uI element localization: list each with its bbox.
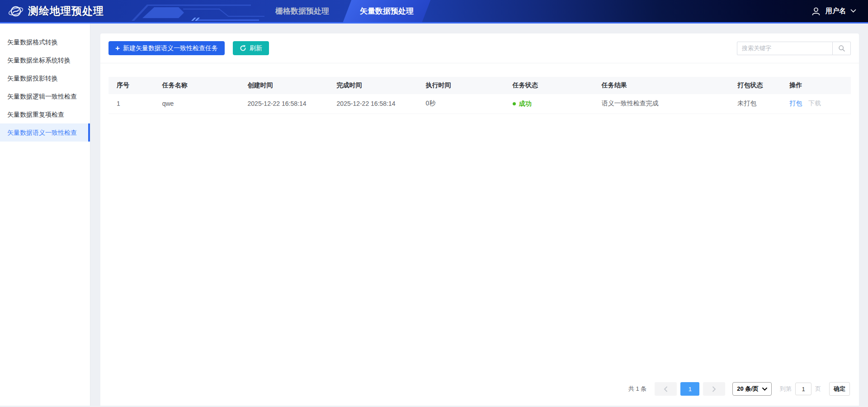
sidebar-item-projection-convert[interactable]: 矢量数据投影转换 (0, 69, 90, 87)
column-header-package: 打包状态 (732, 77, 784, 94)
refresh-button-label: 刷新 (250, 44, 262, 52)
column-header-duration: 执行时间 (420, 77, 507, 94)
column-header-actions: 操作 (784, 77, 851, 94)
search-group (737, 42, 851, 55)
user-menu[interactable]: 用户名 (811, 0, 856, 22)
goto-prefix-label: 到第 (780, 385, 792, 393)
chevron-right-icon (712, 386, 716, 392)
toolbar-divider (100, 63, 859, 63)
cell-name: qwe (157, 94, 242, 114)
table-row: 1 qwe 2025-12-22 16:58:14 2025-12-22 16:… (108, 94, 851, 114)
column-header-created: 创建时间 (242, 77, 331, 94)
sidebar-item-duplicate-check[interactable]: 矢量数据重复项检查 (0, 105, 90, 123)
refresh-button[interactable]: 刷新 (233, 41, 269, 55)
column-header-result: 任务结果 (596, 77, 732, 94)
next-page-button[interactable] (703, 382, 725, 396)
toolbar: + 新建矢量数据语义一致性检查任务 刷新 (108, 41, 851, 55)
cell-package: 未打包 (732, 94, 784, 114)
tab-vector-preprocess[interactable]: 矢量数据预处理 (344, 0, 429, 22)
main-content: + 新建矢量数据语义一致性检查任务 刷新 (90, 24, 868, 406)
sidebar-item-semantic-check[interactable]: 矢量数据语义一致性检查 (0, 123, 90, 142)
sidebar-item-label: 矢量数据格式转换 (7, 38, 58, 46)
sidebar-item-coord-convert[interactable]: 矢量数据坐标系统转换 (0, 51, 90, 69)
page-number-button[interactable]: 1 (680, 382, 699, 396)
new-task-button-label: 新建矢量数据语义一致性检查任务 (123, 44, 218, 52)
package-action-link[interactable]: 打包 (789, 99, 802, 107)
user-name: 用户名 (826, 7, 846, 15)
cell-duration: 0秒 (420, 94, 507, 114)
app-header: 测绘地理预处理 栅格数据预处理 矢量数据预处理 用户名 (0, 0, 868, 24)
app-logo-icon (8, 4, 24, 19)
cell-actions: 打包 下载 (784, 94, 851, 114)
page-body: 矢量数据格式转换 矢量数据坐标系统转换 矢量数据投影转换 矢量数据逻辑一致性检查… (0, 24, 868, 406)
sidebar-nav: 矢量数据格式转换 矢量数据坐标系统转换 矢量数据投影转换 矢量数据逻辑一致性检查… (0, 24, 90, 406)
goto-suffix-label: 页 (815, 385, 821, 393)
chevron-down-icon (850, 9, 856, 13)
sidebar-item-logic-check[interactable]: 矢量数据逻辑一致性检查 (0, 87, 90, 105)
cell-status: 成功 (507, 94, 596, 114)
goto-confirm-button[interactable]: 确定 (829, 382, 850, 396)
goto-page-input[interactable] (795, 383, 811, 395)
sidebar-item-label: 矢量数据投影转换 (7, 75, 58, 82)
column-header-index: 序号 (108, 77, 157, 94)
brand: 测绘地理预处理 (0, 4, 104, 19)
pagination-bar: 共 1 条 1 20 条/页 (108, 378, 851, 397)
active-indicator-bar (88, 123, 90, 142)
new-task-button[interactable]: + 新建矢量数据语义一致性检查任务 (108, 41, 225, 55)
app-title: 测绘地理预处理 (28, 4, 104, 18)
content-card: + 新建矢量数据语义一致性检查任务 刷新 (100, 33, 859, 406)
empty-space (108, 114, 851, 378)
search-button[interactable] (833, 42, 851, 55)
prev-page-button[interactable] (655, 382, 677, 396)
header-circuit-decoration (115, 0, 264, 22)
user-icon (811, 6, 821, 16)
status-text: 成功 (519, 100, 532, 108)
refresh-icon (240, 45, 246, 52)
cell-result: 语义一致性检查完成 (596, 94, 732, 114)
page-size-select[interactable]: 20 条/页 (732, 382, 772, 396)
search-input[interactable] (737, 42, 833, 55)
sidebar-item-label: 矢量数据坐标系统转换 (7, 57, 71, 64)
chevron-left-icon (664, 386, 668, 392)
tab-label: 栅格数据预处理 (275, 7, 329, 15)
sidebar-item-format-convert[interactable]: 矢量数据格式转换 (0, 33, 90, 51)
tab-label: 矢量数据预处理 (360, 7, 414, 15)
status-badge: 成功 (513, 100, 532, 108)
sidebar-item-label: 矢量数据语义一致性检查 (7, 129, 77, 136)
cell-created: 2025-12-22 16:58:14 (242, 94, 331, 114)
download-action-link[interactable]: 下载 (808, 99, 821, 107)
sidebar-item-label: 矢量数据逻辑一致性检查 (7, 93, 77, 100)
status-dot-icon (513, 102, 516, 105)
sidebar-item-label: 矢量数据重复项检查 (7, 111, 64, 118)
table-header-row: 序号 任务名称 创建时间 完成时间 执行时间 任务状态 任务结果 打包状态 操作 (108, 77, 851, 94)
task-table: 序号 任务名称 创建时间 完成时间 执行时间 任务状态 任务结果 打包状态 操作… (108, 77, 851, 114)
column-header-name: 任务名称 (157, 77, 242, 94)
header-tabs: 栅格数据预处理 矢量数据预处理 (260, 0, 429, 22)
tab-raster-preprocess[interactable]: 栅格数据预处理 (260, 0, 344, 22)
plus-icon: + (115, 44, 120, 52)
column-header-finished: 完成时间 (331, 77, 420, 94)
select-chevron-down-icon (762, 388, 767, 391)
page-size-value: 20 条/页 (737, 385, 759, 393)
column-header-status: 任务状态 (507, 77, 596, 94)
cell-finished: 2025-12-22 16:58:14 (331, 94, 420, 114)
cell-index: 1 (108, 94, 157, 114)
pagination-total: 共 1 条 (628, 385, 646, 393)
search-icon (838, 45, 845, 52)
